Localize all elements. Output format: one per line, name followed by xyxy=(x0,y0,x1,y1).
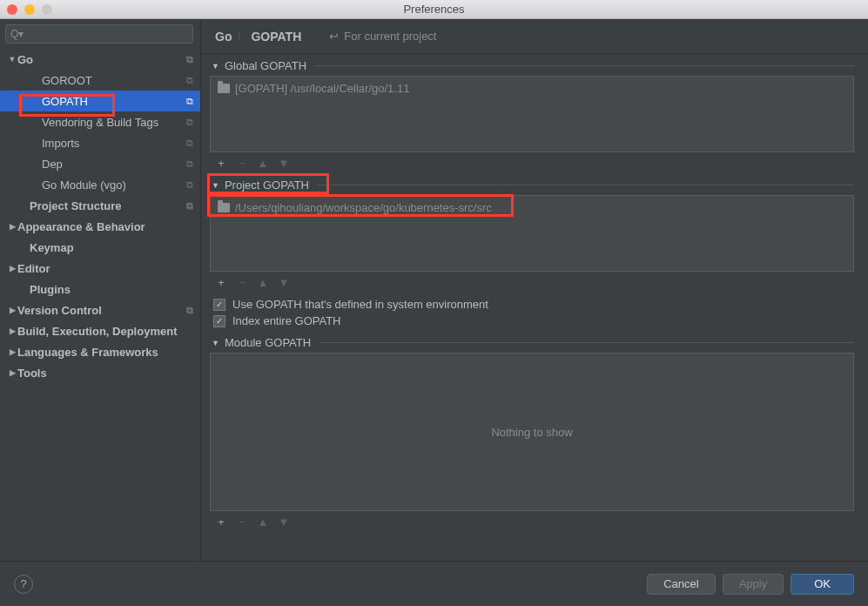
sidebar-item-build-execution-deployment[interactable]: ▶Build, Execution, Deployment xyxy=(0,320,200,341)
module-gopath-toolbar: + − ▲ ▼ xyxy=(210,511,854,532)
move-down-button: ▼ xyxy=(278,276,290,289)
remove-button: − xyxy=(236,276,248,289)
remove-button: − xyxy=(236,515,248,529)
checkbox-icon: ✓ xyxy=(213,315,225,327)
breadcrumb-root: Go xyxy=(215,30,232,44)
search-icon: Q▾ xyxy=(10,28,24,40)
chevron-right-icon: ▶ xyxy=(7,264,17,273)
sidebar-item-label: Appearance & Behavior xyxy=(17,220,145,233)
help-button[interactable]: ? xyxy=(14,575,33,594)
add-button[interactable]: + xyxy=(215,515,227,529)
list-item[interactable]: /Users/qihouliang/workspace/go/kubernete… xyxy=(218,201,846,214)
sidebar-item-imports[interactable]: ▶Imports⧉ xyxy=(0,132,200,153)
chevron-down-icon: ▼ xyxy=(212,62,219,71)
sidebar-item-go[interactable]: ▼Go⧉ xyxy=(0,49,200,70)
breadcrumb-page: GOPATH xyxy=(251,30,301,44)
module-gopath-list[interactable]: Nothing to show xyxy=(210,353,854,511)
copy-icon: ⧉ xyxy=(186,96,193,107)
chevron-down-icon: ▼ xyxy=(212,339,219,347)
sidebar-item-gopath[interactable]: ▶GOPATH⧉ xyxy=(0,91,200,111)
sidebar-item-label: Plugins xyxy=(30,283,71,296)
section-header-module[interactable]: ▼ Module GOPATH xyxy=(210,334,854,353)
sidebar-item-label: Languages & Frameworks xyxy=(17,346,158,359)
add-button[interactable]: + xyxy=(215,276,227,289)
remove-button: − xyxy=(236,157,248,170)
cancel-button[interactable]: Cancel xyxy=(647,574,715,595)
breadcrumb-row: Go 〉 GOPATH ↩ For current project xyxy=(201,19,868,54)
project-gopath-list[interactable]: /Users/qihouliang/workspace/go/kubernete… xyxy=(210,195,854,272)
apply-button: Apply xyxy=(723,574,784,595)
content-panel: Go 〉 GOPATH ↩ For current project ▼ Glob… xyxy=(201,19,868,561)
sidebar-item-label: Editor xyxy=(17,262,50,275)
section-title: Global GOPATH xyxy=(225,59,306,72)
chevron-right-icon: 〉 xyxy=(237,30,246,43)
sidebar-item-label: Go xyxy=(17,53,33,66)
section-header-global[interactable]: ▼ Global GOPATH xyxy=(210,57,854,76)
sidebar-item-dep[interactable]: ▶Dep⧉ xyxy=(0,153,200,174)
move-down-button: ▼ xyxy=(278,157,290,170)
chevron-right-icon: ▶ xyxy=(7,306,17,314)
move-up-button: ▲ xyxy=(257,276,269,289)
copy-icon: ⧉ xyxy=(186,54,193,65)
chevron-down-icon: ▼ xyxy=(7,55,17,64)
folder-icon xyxy=(218,84,230,93)
sidebar-item-label: Keymap xyxy=(30,241,74,254)
section-global-gopath: ▼ Global GOPATH [GOPATH] /usr/local/Cell… xyxy=(210,57,854,173)
global-gopath-toolbar: + − ▲ ▼ xyxy=(210,152,854,173)
chevron-right-icon: ▶ xyxy=(7,327,17,335)
copy-icon: ⧉ xyxy=(186,117,193,128)
ok-button[interactable]: OK xyxy=(791,574,854,595)
sidebar-item-appearance-behavior[interactable]: ▶Appearance & Behavior xyxy=(0,216,200,237)
move-down-button: ▼ xyxy=(278,515,290,529)
folder-icon xyxy=(218,203,230,212)
section-title: Project GOPATH xyxy=(225,178,309,192)
sidebar-item-vendoring-build-tags[interactable]: ▶Vendoring & Build Tags⧉ xyxy=(0,111,200,132)
checkbox-index-entire-gopath[interactable]: ✓ Index entire GOPATH xyxy=(210,313,854,329)
sidebar: Q▾ ▼Go⧉▶GOROOT⧉▶GOPATH⧉▶Vendoring & Buil… xyxy=(0,19,201,561)
window-title: Preferences xyxy=(0,3,868,16)
sidebar-item-label: Dep xyxy=(42,158,63,171)
section-module-gopath: ▼ Module GOPATH Nothing to show + − ▲ ▼ xyxy=(210,334,854,532)
sidebar-item-plugins[interactable]: ▶Plugins xyxy=(0,279,200,300)
sidebar-item-editor[interactable]: ▶Editor xyxy=(0,258,200,279)
sidebar-item-version-control[interactable]: ▶Version Control⧉ xyxy=(0,300,200,320)
sidebar-item-label: GOPATH xyxy=(42,95,88,108)
checkbox-icon: ✓ xyxy=(213,299,225,311)
copy-icon: ⧉ xyxy=(186,75,193,86)
project-gopath-toolbar: + − ▲ ▼ xyxy=(210,272,854,293)
list-item[interactable]: [GOPATH] /usr/local/Cellar/go/1.11 xyxy=(218,82,846,95)
global-gopath-list[interactable]: [GOPATH] /usr/local/Cellar/go/1.11 xyxy=(210,76,854,152)
chevron-right-icon: ▶ xyxy=(7,222,17,231)
checkbox-use-env-gopath[interactable]: ✓ Use GOPATH that's defined in system en… xyxy=(210,296,854,313)
chevron-down-icon: ▼ xyxy=(212,181,219,190)
titlebar: Preferences xyxy=(0,0,868,19)
add-button[interactable]: + xyxy=(215,157,227,170)
sidebar-item-label: Build, Execution, Deployment xyxy=(17,325,177,338)
sidebar-item-goroot[interactable]: ▶GOROOT⧉ xyxy=(0,70,200,91)
copy-icon: ⧉ xyxy=(186,305,193,316)
sidebar-item-go-module-vgo-[interactable]: ▶Go Module (vgo)⧉ xyxy=(0,174,200,195)
sidebar-item-label: GOROOT xyxy=(42,74,92,87)
section-header-project[interactable]: ▼ Project GOPATH xyxy=(210,177,854,195)
sidebar-item-tools[interactable]: ▶Tools xyxy=(0,362,200,383)
sidebar-item-languages-frameworks[interactable]: ▶Languages & Frameworks xyxy=(0,341,200,362)
chevron-right-icon: ▶ xyxy=(7,368,17,377)
copy-icon: ⧉ xyxy=(186,138,193,149)
sidebar-item-project-structure[interactable]: ▶Project Structure⧉ xyxy=(0,195,200,216)
copy-icon: ⧉ xyxy=(186,200,193,212)
empty-text: Nothing to show xyxy=(491,426,572,439)
sidebar-item-label: Version Control xyxy=(17,304,102,317)
sidebar-item-label: Tools xyxy=(17,367,47,380)
settings-tree[interactable]: ▼Go⧉▶GOROOT⧉▶GOPATH⧉▶Vendoring & Build T… xyxy=(0,49,200,561)
sidebar-item-label: Project Structure xyxy=(30,199,121,212)
section-title: Module GOPATH xyxy=(225,336,311,349)
section-project-gopath: ▼ Project GOPATH /Users/qihouliang/works… xyxy=(210,177,854,293)
sidebar-item-keymap[interactable]: ▶Keymap xyxy=(0,237,200,258)
reset-icon: ↩ xyxy=(329,30,339,43)
sidebar-item-label: Vendoring & Build Tags xyxy=(42,116,158,129)
for-current-project: ↩ For current project xyxy=(329,30,436,43)
search-input[interactable] xyxy=(5,24,193,44)
dialog-footer: ? Cancel Apply OK xyxy=(0,561,868,606)
copy-icon: ⧉ xyxy=(186,158,193,170)
sidebar-item-label: Go Module (vgo) xyxy=(42,178,126,192)
